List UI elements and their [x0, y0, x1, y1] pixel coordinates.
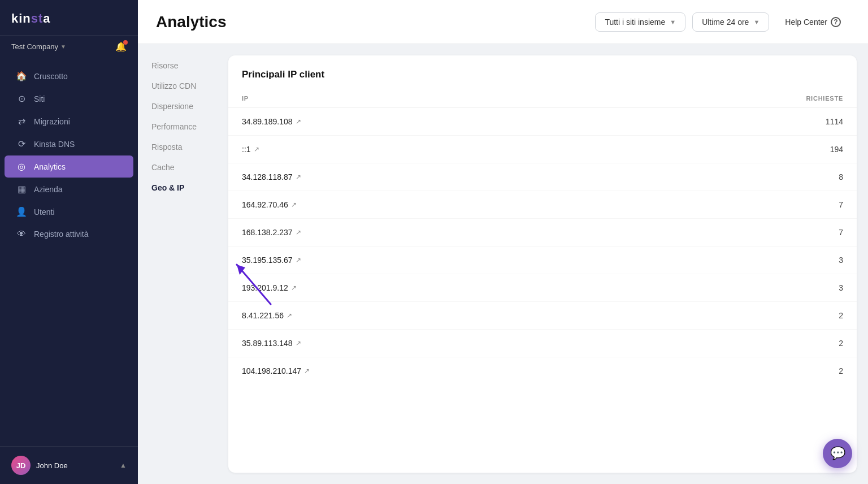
subnav-item-risorse[interactable]: Risorse [138, 55, 228, 76]
sidebar-header: kinsta [0, 0, 138, 36]
sidebar-item-registro-label: Registro attività [34, 230, 88, 239]
sidebar-item-migrazioni[interactable]: ⇄ Migrazioni [5, 110, 133, 132]
time-filter-dropdown[interactable]: Ultime 24 ore ▼ [692, 12, 769, 32]
table-row: ::1 ↗ 194 [228, 136, 857, 163]
company-row: Test Company ▼ 🔔 [0, 36, 138, 60]
topbar-actions: Tutti i siti insieme ▼ Ultime 24 ore ▼ H… [595, 12, 850, 32]
sidebar-item-siti-label: Siti [34, 94, 45, 103]
table-card-header: Principali IP client [228, 55, 857, 89]
user-menu-chevron-icon[interactable]: ▲ [120, 461, 127, 469]
subnav-performance-label: Performance [151, 122, 197, 131]
requests-cell: 7 [604, 191, 857, 219]
ip-address: 34.128.118.87 [242, 172, 293, 182]
help-center-label: Help Center [785, 18, 827, 27]
external-link-icon: ↗ [296, 173, 301, 181]
ip-cell: 193.201.9.12 ↗ [228, 274, 604, 302]
requests-cell: 194 [604, 136, 857, 163]
page-title: Analytics [156, 13, 227, 31]
requests-cell: 7 [604, 219, 857, 247]
ip-link[interactable]: 34.89.189.108 ↗ [242, 117, 301, 126]
requests-cell: 2 [604, 330, 857, 357]
company-selector[interactable]: Test Company ▼ [11, 42, 66, 51]
ip-table-card: Principali IP client IP RICHIESTE 34.89.… [228, 55, 857, 473]
sites-filter-label: Tutti i siti insieme [605, 18, 665, 27]
users-icon: 👤 [16, 206, 27, 217]
subnav-item-utilizzo-cdn[interactable]: Utilizzo CDN [138, 76, 228, 96]
ip-link[interactable]: ::1 ↗ [242, 145, 259, 154]
ip-link[interactable]: 104.198.210.147 ↗ [242, 366, 310, 375]
external-link-icon: ↗ [291, 201, 297, 209]
sidebar-item-cruscotto[interactable]: 🏠 Cruscotto [5, 65, 133, 87]
table-body: 34.89.189.108 ↗ 1114 ::1 ↗ 194 34.128.11… [228, 108, 857, 385]
ip-cell: ::1 ↗ [228, 136, 604, 163]
sidebar-item-analytics-label: Analytics [34, 162, 66, 171]
table-row: 168.138.2.237 ↗ 7 [228, 219, 857, 247]
sidebar-item-utenti[interactable]: 👤 Utenti [5, 201, 133, 223]
subnav-item-dispersione[interactable]: Dispersione [138, 96, 228, 116]
table-row: 8.41.221.56 ↗ 2 [228, 302, 857, 330]
ip-cell: 164.92.70.46 ↗ [228, 191, 604, 219]
activity-icon: 👁 [16, 229, 27, 239]
table-row: 193.201.9.12 ↗ 3 [228, 274, 857, 302]
chat-icon: 💬 [830, 446, 845, 461]
requests-cell: 8 [604, 163, 857, 191]
sidebar-item-analytics[interactable]: ◎ Analytics [5, 155, 133, 178]
subnav-item-risposta[interactable]: Risposta [138, 137, 228, 157]
external-link-icon: ↗ [304, 367, 310, 375]
sidebar-item-migrazioni-label: Migrazioni [34, 117, 70, 126]
sidebar-item-kinsta-dns[interactable]: ⟳ Kinsta DNS [5, 133, 133, 155]
external-link-icon: ↗ [296, 228, 301, 236]
help-icon: ? [831, 17, 841, 27]
subnav-cdn-label: Utilizzo CDN [151, 81, 196, 90]
ip-cell: 168.138.2.237 ↗ [228, 219, 604, 247]
chat-button[interactable]: 💬 [823, 439, 852, 468]
ip-link[interactable]: 168.138.2.237 ↗ [242, 228, 301, 237]
subnav-item-performance[interactable]: Performance [138, 116, 228, 137]
ip-address: 8.41.221.56 [242, 311, 284, 320]
sidebar-item-azienda[interactable]: ▦ Azienda [5, 178, 133, 200]
user-info: JD John Doe [11, 456, 68, 475]
dns-icon: ⟳ [16, 139, 27, 149]
ip-address: 34.89.189.108 [242, 117, 293, 126]
table-row: 104.198.210.147 ↗ 2 [228, 357, 857, 385]
subnav-cache-label: Cache [151, 163, 174, 172]
help-center-button[interactable]: Help Center ? [776, 12, 850, 32]
ip-address: 104.198.210.147 [242, 366, 301, 375]
subnav-item-geo-ip[interactable]: Geo & IP [138, 178, 228, 198]
subnav-risorse-label: Risorse [151, 61, 178, 70]
sidebar-item-siti[interactable]: ⊙ Siti [5, 88, 133, 110]
table-row: 35.89.113.148 ↗ 2 [228, 330, 857, 357]
subnav-item-cache[interactable]: Cache [138, 157, 228, 178]
ip-link[interactable]: 35.195.135.67 ↗ [242, 256, 301, 265]
subnav-dispersione-label: Dispersione [151, 102, 193, 111]
notifications-button[interactable]: 🔔 [115, 41, 127, 52]
ip-address: 35.195.135.67 [242, 256, 293, 265]
external-link-icon: ↗ [287, 312, 292, 319]
time-filter-chevron-icon: ▼ [753, 19, 760, 25]
ip-address: 164.92.70.46 [242, 200, 288, 209]
requests-cell: 1114 [604, 108, 857, 136]
main-content: Analytics Tutti i siti insieme ▼ Ultime … [138, 0, 868, 484]
ip-link[interactable]: 193.201.9.12 ↗ [242, 283, 297, 292]
company-name-label: Test Company [11, 42, 58, 51]
sidebar-item-azienda-label: Azienda [34, 185, 63, 194]
ip-link[interactable]: 34.128.118.87 ↗ [242, 172, 301, 182]
sidebar-item-registro[interactable]: 👁 Registro attività [5, 223, 133, 245]
ip-link[interactable]: 35.89.113.148 ↗ [242, 339, 301, 348]
sidebar: kinsta Test Company ▼ 🔔 🏠 Cruscotto ⊙ Si… [0, 0, 138, 484]
sidebar-item-cruscotto-label: Cruscotto [34, 72, 68, 81]
ip-link[interactable]: 164.92.70.46 ↗ [242, 200, 297, 209]
ip-link[interactable]: 8.41.221.56 ↗ [242, 311, 292, 320]
external-link-icon: ↗ [296, 339, 301, 347]
sidebar-item-utenti-label: Utenti [34, 208, 55, 217]
ip-address: 193.201.9.12 [242, 283, 288, 292]
home-icon: 🏠 [16, 71, 27, 81]
external-link-icon: ↗ [254, 145, 259, 153]
sites-filter-dropdown[interactable]: Tutti i siti insieme ▼ [595, 12, 685, 32]
requests-cell: 2 [604, 357, 857, 385]
requests-cell: 2 [604, 302, 857, 330]
migrations-icon: ⇄ [16, 116, 27, 127]
time-filter-label: Ultime 24 ore [702, 18, 749, 27]
analytics-icon: ◎ [16, 161, 27, 172]
topbar: Analytics Tutti i siti insieme ▼ Ultime … [138, 0, 868, 44]
